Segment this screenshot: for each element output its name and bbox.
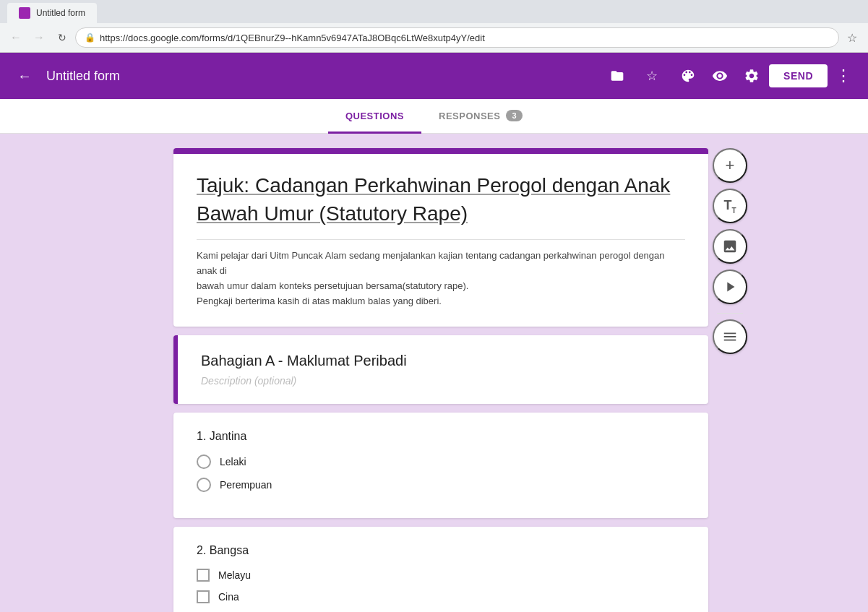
main-area: Tajuk: Cadangan Perkahwinan Perogol deng… bbox=[0, 134, 868, 612]
header-title: Untitled form bbox=[46, 69, 596, 84]
section-description[interactable]: Description (optional) bbox=[201, 375, 685, 387]
add-icon: + bbox=[726, 156, 735, 175]
option-perempuan-label: Perempuan bbox=[220, 479, 272, 491]
question-1-title: 1. Jantina bbox=[197, 430, 685, 443]
radio-perempuan[interactable] bbox=[197, 478, 211, 492]
text-icon: TT bbox=[723, 198, 736, 215]
bookmark-button[interactable]: ☆ bbox=[842, 27, 862, 48]
settings-button[interactable] bbox=[737, 61, 766, 90]
app-header: ← Untitled form ☆ SEND ⋮ bbox=[0, 53, 868, 99]
radio-lelaki[interactable] bbox=[197, 454, 211, 469]
question-2-title: 2. Bangsa bbox=[197, 544, 685, 557]
form-container: Tajuk: Cadangan Perkahwinan Perogol deng… bbox=[173, 134, 708, 612]
question-2-card: 2. Bangsa Melayu Cina India bbox=[173, 527, 708, 612]
send-button[interactable]: SEND bbox=[769, 64, 828, 87]
header-actions: SEND ⋮ bbox=[674, 61, 856, 90]
title-divider bbox=[197, 239, 685, 240]
tab-questions[interactable]: QUESTIONS bbox=[328, 100, 421, 134]
tab-responses[interactable]: RESPONSES 3 bbox=[421, 100, 540, 134]
form-description: Kami pelajar dari Uitm Puncak Alam sedan… bbox=[197, 249, 685, 309]
option-lelaki-label: Lelaki bbox=[220, 456, 246, 467]
option-melayu[interactable]: Melayu bbox=[197, 569, 685, 582]
back-nav-button[interactable]: ← bbox=[6, 27, 26, 48]
option-perempuan[interactable]: Perempuan bbox=[197, 478, 685, 492]
tabs-bar: QUESTIONS RESPONSES 3 bbox=[0, 99, 868, 134]
option-melayu-label: Melayu bbox=[218, 569, 251, 581]
question-1-card: 1. Jantina Lelaki Perempuan bbox=[173, 413, 708, 518]
left-accent bbox=[0, 134, 173, 612]
section-title: Bahagian A - Maklumat Peribadi bbox=[201, 353, 685, 369]
form-title-card: Tajuk: Cadangan Perkahwinan Perogol deng… bbox=[173, 148, 708, 327]
add-video-button[interactable] bbox=[713, 270, 747, 304]
toolbar-divider bbox=[717, 313, 743, 314]
add-image-button[interactable] bbox=[713, 229, 747, 264]
header-star-button[interactable]: ☆ bbox=[639, 63, 665, 89]
section-card: Bahagian A - Maklumat Peribadi Descripti… bbox=[173, 335, 708, 404]
right-toolbar: + TT bbox=[708, 134, 752, 612]
address-text: https://docs.google.com/forms/d/1QEBnurZ… bbox=[100, 33, 485, 43]
forward-nav-button[interactable]: → bbox=[29, 27, 49, 48]
add-title-button[interactable]: TT bbox=[713, 189, 747, 223]
tab-favicon bbox=[19, 7, 30, 19]
lock-icon: 🔒 bbox=[85, 33, 95, 43]
add-question-button[interactable]: + bbox=[713, 148, 747, 183]
browser-tabs: Untitled form bbox=[0, 0, 868, 23]
video-icon bbox=[722, 279, 738, 295]
add-section-button[interactable] bbox=[713, 319, 747, 354]
tab-title: Untitled form bbox=[36, 8, 85, 18]
refresh-button[interactable]: ↻ bbox=[52, 27, 72, 48]
option-cina[interactable]: Cina bbox=[197, 590, 685, 603]
preview-button[interactable] bbox=[705, 61, 734, 90]
option-cina-label: Cina bbox=[218, 591, 239, 603]
browser-tab[interactable]: Untitled form bbox=[7, 3, 97, 23]
palette-button[interactable] bbox=[674, 61, 702, 90]
image-icon bbox=[722, 238, 738, 254]
option-lelaki[interactable]: Lelaki bbox=[197, 454, 685, 469]
checkbox-melayu[interactable] bbox=[197, 569, 210, 582]
form-title: Tajuk: Cadangan Perkahwinan Perogol deng… bbox=[197, 171, 685, 228]
header-back-button[interactable]: ← bbox=[12, 63, 38, 89]
header-folder-button[interactable] bbox=[604, 63, 630, 89]
more-options-button[interactable]: ⋮ bbox=[830, 63, 856, 89]
responses-badge: 3 bbox=[506, 110, 523, 121]
browser-toolbar: ← → ↻ 🔒 https://docs.google.com/forms/d/… bbox=[0, 23, 868, 52]
checkbox-cina[interactable] bbox=[197, 590, 210, 603]
browser-chrome: Untitled form ← → ↻ 🔒 https://docs.googl… bbox=[0, 0, 868, 53]
section-icon bbox=[722, 329, 738, 345]
address-bar[interactable]: 🔒 https://docs.google.com/forms/d/1QEBnu… bbox=[75, 27, 839, 48]
